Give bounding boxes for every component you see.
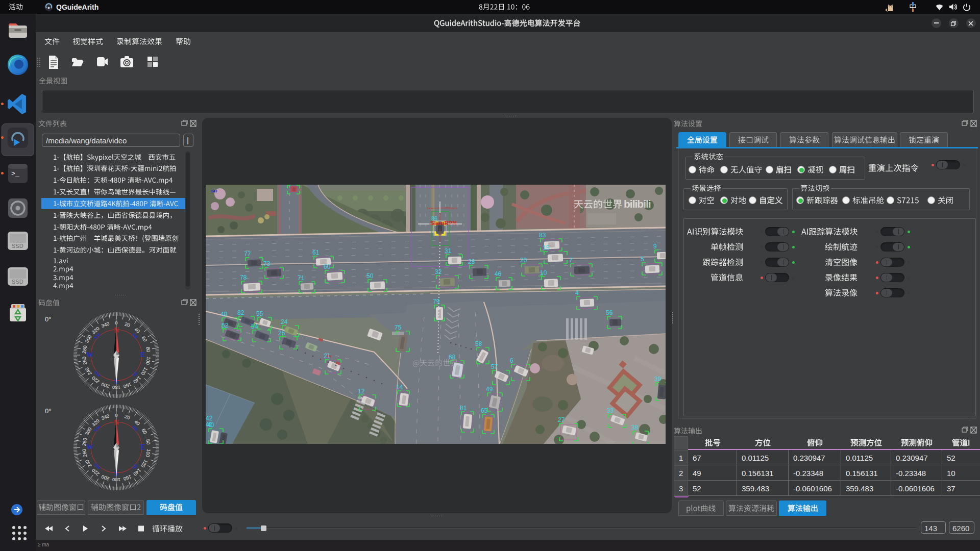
svg-text:340: 340 bbox=[101, 413, 110, 421]
svg-text:33: 33 bbox=[607, 407, 614, 414]
svg-text:60: 60 bbox=[141, 428, 149, 435]
svg-text:>_: >_ bbox=[11, 170, 19, 178]
svg-text:75: 75 bbox=[395, 324, 402, 331]
svg-text:57: 57 bbox=[491, 363, 498, 370]
svg-text:71: 71 bbox=[298, 274, 305, 282]
svg-text:E: E bbox=[140, 443, 145, 451]
svg-text:27: 27 bbox=[558, 416, 565, 423]
svg-text:160: 160 bbox=[122, 474, 132, 482]
svg-text:340: 340 bbox=[101, 320, 110, 329]
svg-text:73: 73 bbox=[263, 260, 271, 267]
svg-text:5: 5 bbox=[641, 256, 644, 263]
svg-text:W: W bbox=[86, 443, 93, 451]
svg-text:24: 24 bbox=[281, 318, 288, 325]
svg-text:20: 20 bbox=[520, 257, 527, 264]
svg-text:32: 32 bbox=[435, 268, 442, 276]
svg-text:10: 10 bbox=[540, 269, 547, 277]
svg-text:54: 54 bbox=[251, 323, 258, 330]
svg-text:200: 200 bbox=[101, 382, 110, 390]
svg-text:80: 80 bbox=[145, 439, 152, 445]
svg-text:6: 6 bbox=[510, 357, 513, 364]
svg-text:77: 77 bbox=[244, 251, 251, 258]
svg-text:20: 20 bbox=[124, 413, 131, 420]
svg-text:160: 160 bbox=[122, 382, 132, 390]
svg-text:60: 60 bbox=[324, 263, 331, 270]
svg-text:39: 39 bbox=[654, 375, 662, 383]
svg-text:60: 60 bbox=[141, 335, 149, 343]
svg-text:41: 41 bbox=[206, 421, 213, 428]
svg-text:14: 14 bbox=[396, 384, 403, 391]
svg-text:58: 58 bbox=[475, 340, 482, 347]
svg-text:SiamRPN: SiamRPN bbox=[430, 220, 457, 226]
svg-text:120: 120 bbox=[140, 459, 149, 468]
svg-text:82: 82 bbox=[237, 309, 244, 316]
svg-text:300: 300 bbox=[84, 334, 92, 344]
svg-text:52: 52 bbox=[222, 322, 229, 329]
svg-text:240: 240 bbox=[84, 459, 92, 468]
svg-text:SSD: SSD bbox=[12, 243, 23, 249]
svg-text:15: 15 bbox=[543, 244, 550, 252]
svg-text:81: 81 bbox=[460, 405, 467, 412]
svg-text:9: 9 bbox=[653, 243, 657, 250]
svg-text:55: 55 bbox=[256, 310, 263, 317]
svg-text:80: 80 bbox=[145, 346, 152, 353]
svg-text:68: 68 bbox=[449, 354, 456, 361]
svg-text:100: 100 bbox=[145, 356, 152, 365]
svg-text:84: 84 bbox=[286, 185, 293, 185]
svg-text:48: 48 bbox=[220, 311, 228, 318]
svg-text:300: 300 bbox=[84, 427, 92, 436]
svg-text:143: 143 bbox=[211, 189, 217, 193]
svg-text:12: 12 bbox=[358, 388, 365, 395]
svg-text:79: 79 bbox=[433, 298, 440, 305]
svg-text:78: 78 bbox=[240, 274, 247, 281]
svg-text:21: 21 bbox=[324, 353, 331, 360]
svg-text:83: 83 bbox=[539, 232, 546, 239]
svg-text:25: 25 bbox=[278, 330, 285, 337]
svg-text:20: 20 bbox=[124, 321, 131, 328]
svg-text:50: 50 bbox=[366, 272, 374, 280]
svg-text:E: E bbox=[140, 351, 145, 359]
svg-text:31: 31 bbox=[445, 247, 452, 255]
svg-text:SSD: SSD bbox=[12, 279, 23, 285]
svg-text:240: 240 bbox=[84, 366, 92, 376]
svg-text:38: 38 bbox=[631, 424, 639, 431]
svg-text:4: 4 bbox=[575, 289, 579, 296]
svg-text:46: 46 bbox=[495, 270, 502, 278]
svg-text:7: 7 bbox=[569, 257, 573, 264]
svg-text:tracker confid 0.973896,lost 4: tracker confid 0.973896,lost 4 bbox=[427, 207, 458, 210]
svg-text:28: 28 bbox=[468, 258, 475, 265]
svg-text:56: 56 bbox=[606, 309, 613, 316]
svg-text:200: 200 bbox=[101, 474, 110, 482]
svg-text:W: W bbox=[86, 351, 93, 359]
svg-text:bilibili: bilibili bbox=[624, 198, 651, 210]
svg-text:120: 120 bbox=[140, 366, 149, 376]
svg-text:61: 61 bbox=[312, 249, 320, 256]
svg-text:65: 65 bbox=[481, 407, 488, 414]
svg-text:100: 100 bbox=[145, 448, 152, 458]
svg-text:49: 49 bbox=[486, 386, 493, 393]
